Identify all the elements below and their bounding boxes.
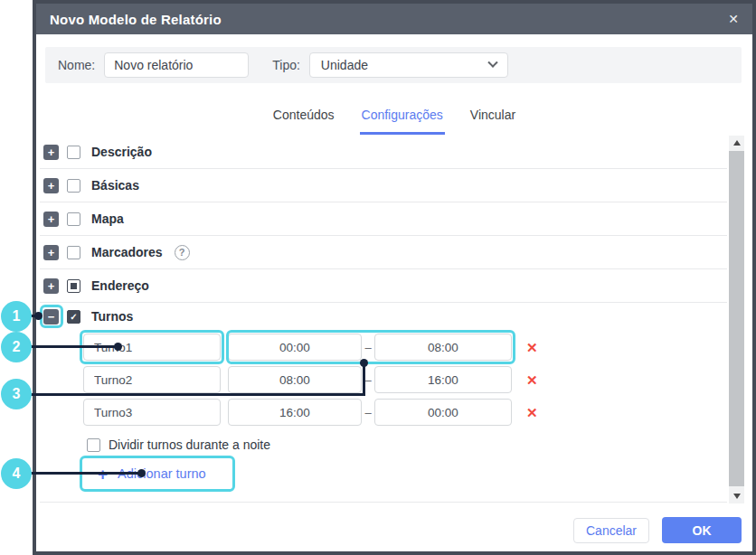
- triangle-up-icon: [733, 140, 741, 146]
- turno3-start-input[interactable]: [228, 399, 362, 426]
- vertical-scrollbar: [729, 136, 744, 503]
- expand-plus-icon[interactable]: +: [43, 245, 59, 260]
- cancel-button[interactable]: Cancelar: [573, 518, 649, 543]
- checkbox-endereco-indeterminate[interactable]: [67, 279, 80, 293]
- turno2-start-input[interactable]: [228, 366, 362, 393]
- section-label: Básicas: [91, 178, 139, 193]
- delete-turno-icon[interactable]: ✕: [526, 373, 538, 387]
- section-row-basicas: + Básicas: [40, 169, 727, 202]
- delete-turno-icon[interactable]: ✕: [526, 341, 538, 354]
- section-row-marcadores: + Marcadores ?: [40, 236, 727, 269]
- type-label: Tipo:: [272, 58, 300, 72]
- expand-plus-icon[interactable]: +: [43, 212, 59, 227]
- turno2-name-input[interactable]: [83, 366, 221, 393]
- turno2-end-input[interactable]: [374, 366, 512, 393]
- callout-dot-2: [114, 343, 122, 351]
- scrollbar-thumb[interactable]: [729, 151, 744, 486]
- checkbox-split-night[interactable]: [87, 438, 100, 452]
- callout-badge-4: 4: [1, 458, 32, 489]
- turno-row-2: – ✕: [83, 366, 727, 393]
- annotated-screenshot: Novo Modelo de Relatório ✕ Nome: Tipo: U…: [0, 0, 756, 555]
- range-dash: –: [362, 406, 374, 419]
- tab-configuracoes[interactable]: Configurações: [360, 102, 445, 135]
- expand-plus-icon[interactable]: +: [43, 145, 59, 160]
- form-bar: Nome: Tipo: Unidade: [45, 47, 742, 83]
- section-label: Descrição: [91, 145, 152, 159]
- section-row-turnos: − ✓ Turnos: [40, 303, 727, 330]
- indeterminate-mark: [71, 283, 77, 289]
- section-label: Endereço: [91, 278, 149, 293]
- checkbox-mapa[interactable]: [67, 212, 80, 226]
- checkbox-marcadores[interactable]: [67, 246, 80, 259]
- turno3-name-input[interactable]: [83, 399, 221, 426]
- ok-button[interactable]: OK: [662, 517, 742, 543]
- highlight-collapse-icon: [40, 305, 63, 328]
- scroll-down-arrow[interactable]: [729, 489, 744, 503]
- callout-line-2: [27, 345, 116, 348]
- scroll-up-arrow[interactable]: [729, 136, 744, 150]
- split-night-row: Dividir turnos durante a noite: [87, 437, 727, 452]
- callout-badge-3: 3: [1, 379, 32, 409]
- section-row-descricao: + Descrição: [40, 136, 727, 169]
- settings-section-list: + Descrição + Básicas + Mapa + Marcadore…: [40, 136, 727, 503]
- turno-row-3: – ✕: [83, 399, 727, 426]
- chevron-down-icon: [487, 58, 497, 68]
- callout-badge-1: 1: [1, 301, 32, 332]
- callout-dot-4: [137, 469, 146, 477]
- section-divider: [40, 502, 727, 503]
- type-select[interactable]: Unidade: [309, 52, 508, 78]
- tab-vincular[interactable]: Vincular: [468, 102, 517, 135]
- turno3-end-input[interactable]: [374, 399, 512, 426]
- checkbox-turnos-checked[interactable]: ✓: [67, 310, 80, 324]
- callout-line-3-horizontal: [27, 393, 365, 396]
- callout-dot-1: [34, 312, 43, 320]
- tab-bar: Conteúdos Configurações Vincular: [36, 102, 752, 135]
- callout-dot-3: [360, 359, 368, 367]
- highlight-turno-times: [226, 330, 515, 364]
- section-label: Turnos: [91, 309, 133, 324]
- expand-plus-icon[interactable]: +: [43, 278, 59, 294]
- section-label: Mapa: [91, 212, 124, 226]
- name-label: Nome:: [58, 58, 95, 72]
- dialog-header: Novo Modelo de Relatório ✕: [36, 4, 752, 34]
- checkbox-basicas[interactable]: [67, 179, 80, 193]
- delete-turno-icon[interactable]: ✕: [526, 406, 538, 419]
- section-label: Marcadores: [91, 245, 163, 259]
- checkbox-descricao[interactable]: [67, 146, 80, 159]
- help-icon[interactable]: ?: [175, 245, 190, 260]
- section-row-endereco: + Endereço: [40, 269, 727, 303]
- callout-badge-2: 2: [1, 332, 32, 362]
- name-input[interactable]: [104, 52, 249, 78]
- triangle-down-icon: [733, 494, 741, 499]
- dialog-title: Novo Modelo de Relatório: [50, 12, 222, 27]
- type-select-value: Unidade: [321, 58, 368, 72]
- expand-plus-icon[interactable]: +: [43, 178, 59, 193]
- section-row-mapa: + Mapa: [40, 202, 727, 236]
- callout-line-4: [27, 472, 141, 475]
- tab-conteudos[interactable]: Conteúdos: [271, 102, 336, 135]
- close-icon[interactable]: ✕: [728, 12, 739, 26]
- split-night-label: Dividir turnos durante a noite: [109, 437, 270, 452]
- callout-line-3-vertical: [363, 362, 365, 396]
